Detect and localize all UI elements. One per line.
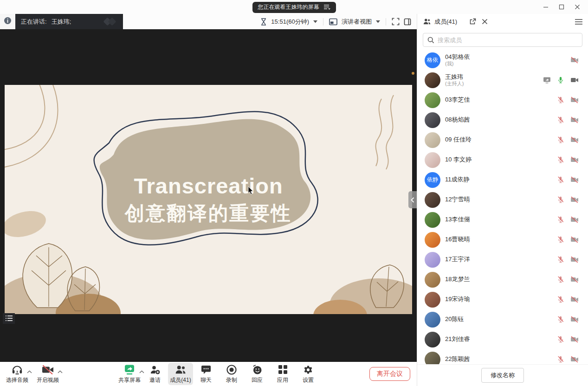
- mic-off-icon: [557, 156, 564, 164]
- cam-on-icon: [570, 77, 579, 84]
- bottom-toolbar: 选择音频 开启视频 共享屏幕 邀请 成员(41) 聊天 录制 回应 应用 设置: [0, 362, 417, 386]
- toolbar-item-settings[interactable]: 设置: [296, 363, 321, 385]
- panel-menu-icon[interactable]: [575, 19, 582, 25]
- member-status-icons: [557, 276, 579, 283]
- close-button[interactable]: [569, 0, 585, 14]
- view-mode-icon: [329, 18, 337, 26]
- speaking-label: 正在讲话:: [21, 18, 47, 26]
- mic-off-icon: [557, 196, 564, 204]
- member-row[interactable]: 19宋诗瑜: [417, 290, 588, 309]
- member-row[interactable]: 格依 04郭格依 (我): [417, 50, 588, 70]
- mic-off-icon: [557, 216, 564, 224]
- member-name: 22陈颖茜: [445, 355, 470, 363]
- mic-off-icon: [557, 136, 564, 144]
- member-status-icons: [557, 136, 579, 144]
- member-avatar: [425, 272, 440, 288]
- timer-caret-icon[interactable]: [313, 20, 317, 23]
- member-name: 21刘佳睿: [445, 335, 470, 343]
- screen-watch-banner[interactable]: 您正在观看王姝玮的屏幕: [252, 2, 336, 13]
- timer-icon: [260, 18, 267, 26]
- toolbar-item-invite[interactable]: 邀请: [142, 363, 168, 385]
- mouse-cursor: [248, 186, 255, 197]
- member-name: 09 任佳玲: [445, 136, 472, 143]
- member-avatar: [425, 232, 440, 248]
- member-avatar: [425, 72, 440, 88]
- cam-off-icon: [570, 216, 579, 223]
- member-status-icons: [557, 196, 579, 204]
- member-status-icons: [543, 76, 579, 84]
- minimize-button[interactable]: [538, 0, 554, 14]
- member-row[interactable]: 12宁雪晴: [417, 190, 588, 210]
- toolbar-item-share-screen[interactable]: 共享屏幕: [117, 363, 142, 385]
- member-row[interactable]: 03李芝佳: [417, 90, 588, 110]
- meeting-timer[interactable]: 15:51(60分钟): [271, 18, 309, 26]
- maximize-button[interactable]: [554, 0, 569, 14]
- member-row[interactable]: 20陈钰: [417, 309, 588, 329]
- member-avatar: [425, 312, 440, 328]
- member-avatar: [425, 132, 440, 148]
- toolbar-item-reactions[interactable]: 回应: [245, 363, 270, 385]
- member-row[interactable]: 依静 11成依静: [417, 170, 588, 190]
- screen-share-icon: [543, 77, 551, 84]
- info-button[interactable]: [0, 14, 15, 29]
- meeting-subbar: 正在讲话: 王姝玮; 15:51(60分钟) 演讲者视图: [0, 14, 417, 29]
- member-list[interactable]: 格依 04郭格依 (我) 王姝玮 (主持人) 03李芝佳 08杨焰茜: [417, 50, 588, 364]
- member-status-icons: [557, 96, 579, 104]
- member-row[interactable]: 22陈颖茜: [417, 349, 588, 364]
- member-status-icons: [557, 335, 579, 343]
- cam-off-icon: [570, 57, 579, 64]
- member-status-icons: [557, 156, 579, 164]
- sidebar-toggle-icon[interactable]: [404, 18, 411, 26]
- popout-icon[interactable]: [469, 18, 476, 25]
- toolbar-item-record[interactable]: 录制: [219, 363, 244, 385]
- toolbar-item-video[interactable]: 开启视频: [35, 363, 60, 385]
- member-role: (主持人): [445, 81, 464, 87]
- invite-icon: [149, 364, 161, 375]
- chevron-up-icon[interactable]: [58, 367, 63, 375]
- member-avatar: [425, 112, 440, 128]
- cam-off-icon: [570, 276, 579, 283]
- fullscreen-icon[interactable]: [392, 18, 400, 26]
- view-caret-icon[interactable]: [376, 20, 380, 23]
- panel-collapse-handle[interactable]: [408, 191, 417, 208]
- rename-button[interactable]: 修改名称: [481, 368, 524, 383]
- screen-share-stage: Transcreation 创意翻译的重要性: [0, 29, 417, 362]
- mic-off-icon: [557, 96, 564, 104]
- member-row[interactable]: 16曹晓晴: [417, 230, 588, 250]
- member-row[interactable]: 17王宇洋: [417, 250, 588, 270]
- member-name: 04郭格依: [445, 53, 470, 61]
- member-avatar: [425, 352, 440, 365]
- toolbar-item-members[interactable]: 成员(41): [168, 363, 193, 385]
- toolbar-item-chat[interactable]: 聊天: [194, 363, 219, 385]
- member-row[interactable]: 18龙梦兰: [417, 270, 588, 290]
- member-avatar: [425, 252, 440, 268]
- mic-off-icon: [557, 236, 564, 244]
- member-row[interactable]: 09 任佳玲: [417, 130, 588, 150]
- member-name: 10 李文婷: [445, 156, 472, 163]
- cam-off-icon: [570, 336, 579, 343]
- member-row[interactable]: 13李佳俪: [417, 210, 588, 230]
- toolbar-item-apps[interactable]: 应用: [270, 363, 295, 385]
- screen-watch-text: 您正在观看王姝玮的屏幕: [258, 3, 319, 11]
- panel-close-icon[interactable]: [482, 19, 488, 25]
- view-mode-selector[interactable]: 演讲者视图: [342, 18, 372, 26]
- member-avatar: [425, 332, 440, 347]
- cam-off-icon: [570, 196, 579, 203]
- toolbar-item-audio[interactable]: 选择音频: [5, 363, 30, 385]
- member-row[interactable]: 王姝玮 (主持人): [417, 70, 588, 90]
- member-row[interactable]: 21刘佳睿: [417, 329, 588, 349]
- member-row[interactable]: 08杨焰茜: [417, 110, 588, 130]
- member-name: 03李芝佳: [445, 96, 470, 103]
- leave-meeting-button[interactable]: 离开会议: [369, 367, 410, 381]
- members-panel: 成员(41) 格依 04郭格依 (我) 王姝玮 (主持人) 0: [417, 14, 588, 386]
- member-row[interactable]: 10 李文婷: [417, 150, 588, 170]
- search-input[interactable]: [438, 37, 578, 44]
- member-status-icons: [557, 355, 579, 363]
- apps-icon: [278, 364, 288, 375]
- member-status-icons: [557, 256, 579, 264]
- shared-slide: Transcreation 创意翻译的重要性: [5, 85, 412, 314]
- banner-menu-icon[interactable]: [324, 5, 330, 10]
- react-icon: [252, 364, 263, 375]
- cam-off-icon: [570, 316, 579, 323]
- chevron-up-icon[interactable]: [27, 367, 32, 375]
